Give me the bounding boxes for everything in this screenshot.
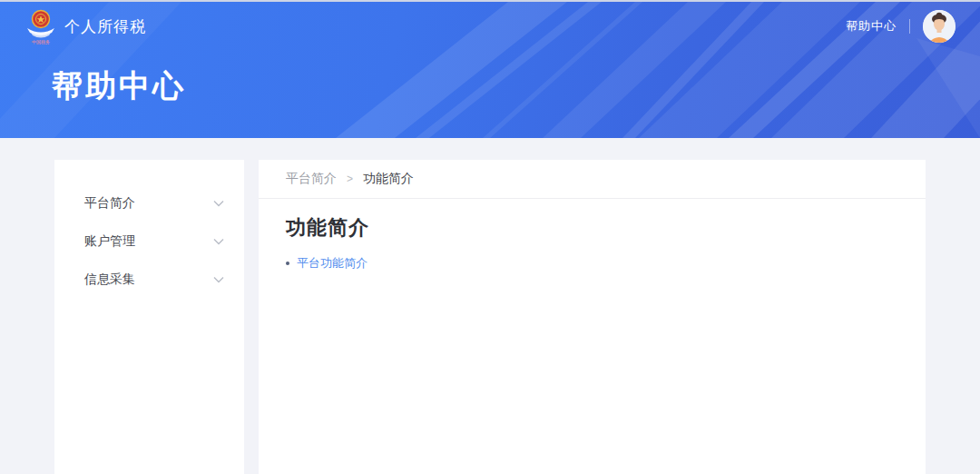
sidebar-item-account-management[interactable]: 账户管理 <box>54 222 244 261</box>
doc-link-platform-functions[interactable]: 平台功能简介 <box>286 255 368 272</box>
breadcrumb-separator-icon: > <box>347 173 353 185</box>
sidebar-item-info-collection[interactable]: 信息采集 <box>54 261 244 299</box>
topbar-divider <box>909 19 910 34</box>
banner: 中国税务 个人所得税 帮助中心 帮助中心 <box>0 2 980 138</box>
doc-link-label: 平台功能简介 <box>297 255 368 272</box>
breadcrumb: 平台简介 > 功能简介 <box>259 160 926 199</box>
sidebar-item-label: 账户管理 <box>84 233 135 250</box>
brand[interactable]: 中国税务 个人所得税 <box>25 8 146 44</box>
content-area: 平台简介 账户管理 信息采集 平台简介 > 功能简介 功能简介 <box>0 138 980 474</box>
breadcrumb-parent[interactable]: 平台简介 <box>286 171 337 187</box>
sidebar-item-platform-intro[interactable]: 平台简介 <box>54 184 244 222</box>
chevron-down-icon[interactable] <box>213 276 224 283</box>
sidebar-item-label: 平台简介 <box>84 195 135 212</box>
chevron-down-icon[interactable] <box>213 200 224 207</box>
logo-caption: 中国税务 <box>25 39 56 44</box>
topbar: 中国税务 个人所得税 帮助中心 <box>0 2 980 45</box>
topbar-right: 帮助中心 <box>846 10 956 43</box>
chevron-down-icon[interactable] <box>213 238 224 245</box>
sidebar: 平台简介 账户管理 信息采集 <box>54 160 244 474</box>
tax-emblem-logo-icon: 中国税务 <box>25 8 56 44</box>
page-banner-title: 帮助中心 <box>52 65 980 107</box>
page-title: 功能简介 <box>286 214 898 242</box>
help-center-link[interactable]: 帮助中心 <box>846 18 897 35</box>
bullet-icon <box>286 262 289 265</box>
sidebar-item-label: 信息采集 <box>84 272 135 288</box>
main-body: 功能简介 平台功能简介 <box>259 199 926 272</box>
main-panel: 平台简介 > 功能简介 功能简介 平台功能简介 <box>259 160 926 474</box>
breadcrumb-current: 功能简介 <box>363 171 414 187</box>
brand-name: 个人所得税 <box>64 16 146 37</box>
user-avatar[interactable] <box>923 10 956 43</box>
